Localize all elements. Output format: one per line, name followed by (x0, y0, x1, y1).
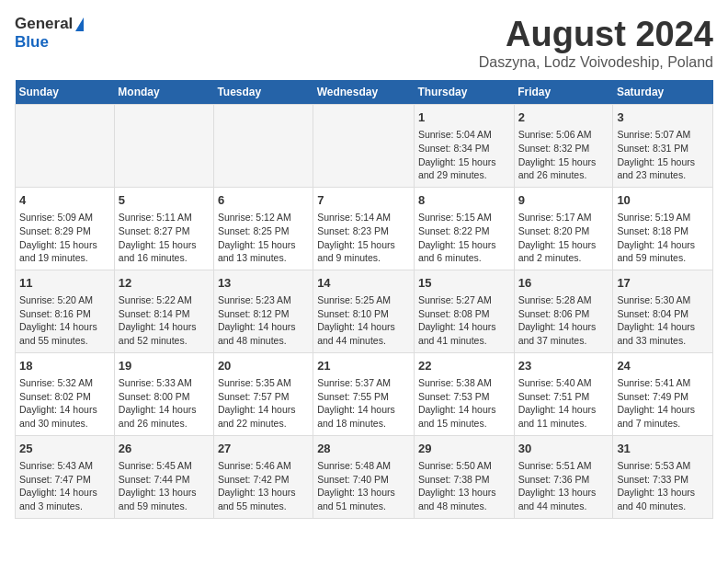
day-number: 12 (119, 275, 210, 292)
logo: General Blue (15, 15, 84, 52)
calendar-cell: 17Sunrise: 5:30 AM Sunset: 8:04 PM Dayli… (613, 270, 713, 352)
header-wednesday: Wednesday (313, 80, 415, 105)
calendar-cell: 13Sunrise: 5:23 AM Sunset: 8:12 PM Dayli… (213, 270, 313, 352)
day-number: 28 (317, 441, 410, 457)
cell-content: Sunrise: 5:46 AM Sunset: 7:42 PM Dayligh… (218, 459, 309, 513)
logo-general: General (15, 15, 73, 33)
cell-content: Sunrise: 5:11 AM Sunset: 8:27 PM Dayligh… (119, 211, 210, 265)
cell-content: Sunrise: 5:15 AM Sunset: 8:22 PM Dayligh… (418, 211, 510, 265)
cell-content: Sunrise: 5:20 AM Sunset: 8:16 PM Dayligh… (19, 293, 110, 348)
day-number: 24 (617, 358, 709, 374)
cell-content: Sunrise: 5:35 AM Sunset: 7:57 PM Dayligh… (218, 376, 309, 431)
cell-content: Sunrise: 5:04 AM Sunset: 8:34 PM Dayligh… (418, 128, 510, 182)
day-number: 2 (518, 109, 609, 126)
day-number: 17 (617, 275, 709, 292)
title-area: August 2024 Daszyna, Lodz Voivodeship, P… (479, 15, 713, 71)
day-number: 13 (218, 275, 309, 292)
cell-content: Sunrise: 5:30 AM Sunset: 8:04 PM Dayligh… (617, 293, 709, 348)
calendar-cell: 22Sunrise: 5:38 AM Sunset: 7:53 PM Dayli… (414, 352, 514, 435)
calendar-cell: 8Sunrise: 5:15 AM Sunset: 8:22 PM Daylig… (414, 187, 514, 270)
header: General Blue August 2024 Daszyna, Lodz V… (15, 15, 713, 71)
cell-content: Sunrise: 5:14 AM Sunset: 8:23 PM Dayligh… (317, 211, 410, 265)
calendar-table: SundayMondayTuesdayWednesdayThursdayFrid… (15, 80, 713, 519)
calendar-cell: 20Sunrise: 5:35 AM Sunset: 7:57 PM Dayli… (213, 352, 313, 435)
day-number: 16 (518, 275, 609, 292)
calendar-cell: 24Sunrise: 5:41 AM Sunset: 7:49 PM Dayli… (613, 352, 713, 435)
cell-content: Sunrise: 5:06 AM Sunset: 8:32 PM Dayligh… (518, 128, 609, 182)
day-number: 8 (418, 192, 510, 209)
week-row-4: 18Sunrise: 5:32 AM Sunset: 8:02 PM Dayli… (16, 352, 713, 435)
header-friday: Friday (514, 80, 613, 105)
cell-content: Sunrise: 5:51 AM Sunset: 7:36 PM Dayligh… (518, 459, 609, 513)
day-number: 15 (418, 275, 510, 292)
calendar-cell: 5Sunrise: 5:11 AM Sunset: 8:27 PM Daylig… (114, 187, 213, 270)
day-number: 3 (617, 109, 709, 126)
cell-content: Sunrise: 5:40 AM Sunset: 7:51 PM Dayligh… (518, 376, 609, 431)
day-number: 9 (518, 192, 609, 209)
day-number: 29 (418, 441, 510, 457)
cell-content: Sunrise: 5:32 AM Sunset: 8:02 PM Dayligh… (19, 376, 110, 431)
calendar-cell: 7Sunrise: 5:14 AM Sunset: 8:23 PM Daylig… (313, 187, 415, 270)
calendar-cell: 15Sunrise: 5:27 AM Sunset: 8:08 PM Dayli… (414, 270, 514, 352)
logo-triangle-icon (75, 17, 84, 31)
cell-content: Sunrise: 5:38 AM Sunset: 7:53 PM Dayligh… (418, 376, 510, 431)
calendar-cell: 21Sunrise: 5:37 AM Sunset: 7:55 PM Dayli… (313, 352, 415, 435)
calendar-cell: 28Sunrise: 5:48 AM Sunset: 7:40 PM Dayli… (313, 435, 415, 518)
calendar-cell: 23Sunrise: 5:40 AM Sunset: 7:51 PM Dayli… (514, 352, 613, 435)
day-number: 10 (617, 192, 709, 209)
cell-content: Sunrise: 5:50 AM Sunset: 7:38 PM Dayligh… (418, 459, 510, 513)
calendar-cell (114, 105, 213, 188)
cell-content: Sunrise: 5:48 AM Sunset: 7:40 PM Dayligh… (317, 459, 410, 513)
calendar-cell: 9Sunrise: 5:17 AM Sunset: 8:20 PM Daylig… (514, 187, 613, 270)
calendar-cell: 30Sunrise: 5:51 AM Sunset: 7:36 PM Dayli… (514, 435, 613, 518)
header-monday: Monday (114, 80, 213, 105)
day-number: 4 (19, 192, 110, 209)
week-row-2: 4Sunrise: 5:09 AM Sunset: 8:29 PM Daylig… (16, 187, 713, 270)
cell-content: Sunrise: 5:09 AM Sunset: 8:29 PM Dayligh… (19, 211, 110, 265)
cell-content: Sunrise: 5:53 AM Sunset: 7:33 PM Dayligh… (617, 459, 709, 513)
week-row-3: 11Sunrise: 5:20 AM Sunset: 8:16 PM Dayli… (16, 270, 713, 352)
cell-content: Sunrise: 5:37 AM Sunset: 7:55 PM Dayligh… (317, 376, 410, 431)
calendar-cell (213, 105, 313, 188)
cell-content: Sunrise: 5:19 AM Sunset: 8:18 PM Dayligh… (617, 211, 709, 265)
header-saturday: Saturday (613, 80, 713, 105)
cell-content: Sunrise: 5:41 AM Sunset: 7:49 PM Dayligh… (617, 376, 709, 431)
calendar-cell: 11Sunrise: 5:20 AM Sunset: 8:16 PM Dayli… (16, 270, 115, 352)
cell-content: Sunrise: 5:27 AM Sunset: 8:08 PM Dayligh… (418, 293, 510, 348)
page-subtitle: Daszyna, Lodz Voivodeship, Poland (479, 54, 713, 71)
day-number: 21 (317, 358, 410, 374)
cell-content: Sunrise: 5:25 AM Sunset: 8:10 PM Dayligh… (317, 293, 410, 348)
day-number: 7 (317, 192, 410, 209)
page-title: August 2024 (479, 15, 713, 54)
day-number: 26 (119, 441, 210, 457)
calendar-cell: 18Sunrise: 5:32 AM Sunset: 8:02 PM Dayli… (16, 352, 115, 435)
cell-content: Sunrise: 5:33 AM Sunset: 8:00 PM Dayligh… (119, 376, 210, 431)
calendar-cell: 16Sunrise: 5:28 AM Sunset: 8:06 PM Dayli… (514, 270, 613, 352)
header-sunday: Sunday (16, 80, 115, 105)
calendar-cell: 12Sunrise: 5:22 AM Sunset: 8:14 PM Dayli… (114, 270, 213, 352)
cell-content: Sunrise: 5:17 AM Sunset: 8:20 PM Dayligh… (518, 211, 609, 265)
logo-blue: Blue (15, 33, 49, 52)
cell-content: Sunrise: 5:45 AM Sunset: 7:44 PM Dayligh… (119, 459, 210, 513)
day-number: 11 (19, 275, 110, 292)
cell-content: Sunrise: 5:12 AM Sunset: 8:25 PM Dayligh… (218, 211, 309, 265)
calendar-cell: 10Sunrise: 5:19 AM Sunset: 8:18 PM Dayli… (613, 187, 713, 270)
cell-content: Sunrise: 5:07 AM Sunset: 8:31 PM Dayligh… (617, 128, 709, 182)
calendar-cell: 14Sunrise: 5:25 AM Sunset: 8:10 PM Dayli… (313, 270, 415, 352)
calendar-cell: 4Sunrise: 5:09 AM Sunset: 8:29 PM Daylig… (16, 187, 115, 270)
calendar-cell: 31Sunrise: 5:53 AM Sunset: 7:33 PM Dayli… (613, 435, 713, 518)
day-number: 27 (218, 441, 309, 457)
calendar-cell: 29Sunrise: 5:50 AM Sunset: 7:38 PM Dayli… (414, 435, 514, 518)
header-thursday: Thursday (414, 80, 514, 105)
day-number: 25 (19, 441, 110, 457)
calendar-cell: 25Sunrise: 5:43 AM Sunset: 7:47 PM Dayli… (16, 435, 115, 518)
calendar-cell: 6Sunrise: 5:12 AM Sunset: 8:25 PM Daylig… (213, 187, 313, 270)
day-number: 19 (119, 358, 210, 374)
calendar-cell (16, 105, 115, 188)
week-row-5: 25Sunrise: 5:43 AM Sunset: 7:47 PM Dayli… (16, 435, 713, 518)
calendar-cell: 27Sunrise: 5:46 AM Sunset: 7:42 PM Dayli… (213, 435, 313, 518)
header-tuesday: Tuesday (213, 80, 313, 105)
day-number: 14 (317, 275, 410, 292)
cell-content: Sunrise: 5:43 AM Sunset: 7:47 PM Dayligh… (19, 459, 110, 513)
day-number: 23 (518, 358, 609, 374)
